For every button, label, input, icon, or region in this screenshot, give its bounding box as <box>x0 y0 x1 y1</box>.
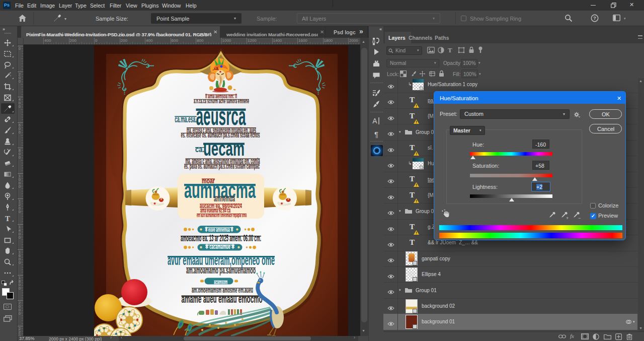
svg-text:¶: ¶ <box>374 130 378 139</box>
svg-text:em aun aumamacem smeomace mpap: em aun aumamacem smeomace mpapia sma <box>197 212 247 218</box>
svg-text:ca.ma.esa.: ca.ma.esa. <box>175 114 197 124</box>
svg-text:✻ cacamamue ✻: ✻ cacamamue ✻ <box>205 243 234 250</box>
svg-text:amoeacmo ea. 13 ar 2025 amem.: amoeacmo ea. 13 ar 2025 amem. 06.00 cm. <box>181 233 261 243</box>
svg-text:amame aueu emaau emocmo: amame aueu emaau emocmo <box>182 293 263 305</box>
svg-text:A: A <box>372 117 377 125</box>
svg-text:am.amoamamo pa.samuemamoo: am.amoamamo pa.samuemamoo <box>186 265 256 276</box>
svg-text:✻ euve amnemua ✻: ✻ euve amnemua ✻ <box>205 226 233 233</box>
svg-text:?: ? <box>593 15 596 21</box>
svg-text:es. paxa os. aumaucn pa.s.cmea: es. paxa os. aumaucn pa.s.cmea scoam can… <box>184 162 260 170</box>
svg-text:amnemua: amnemua <box>214 194 235 203</box>
svg-text:T: T <box>5 215 10 223</box>
svg-text:acamsom: acamsom <box>214 279 227 285</box>
